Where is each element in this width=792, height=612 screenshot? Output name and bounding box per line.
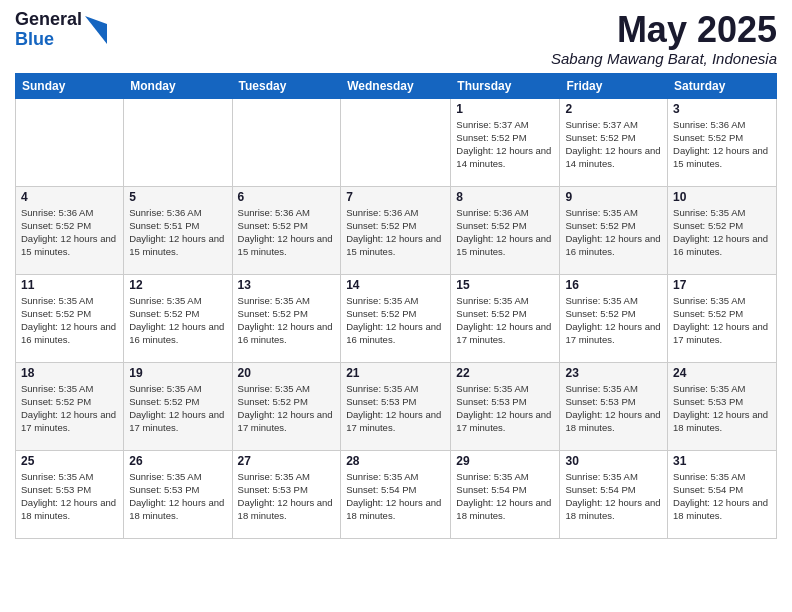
day-info: Sunrise: 5:36 AMSunset: 5:52 PMDaylight:… [673, 119, 768, 170]
location: Sabang Mawang Barat, Indonesia [551, 50, 777, 67]
calendar-cell: 14 Sunrise: 5:35 AMSunset: 5:52 PMDaylig… [341, 274, 451, 362]
calendar-cell [124, 98, 232, 186]
calendar-week-4: 18 Sunrise: 5:35 AMSunset: 5:52 PMDaylig… [16, 362, 777, 450]
day-info: Sunrise: 5:36 AMSunset: 5:52 PMDaylight:… [346, 207, 441, 258]
calendar-week-2: 4 Sunrise: 5:36 AMSunset: 5:52 PMDayligh… [16, 186, 777, 274]
day-number: 17 [673, 278, 771, 292]
day-info: Sunrise: 5:35 AMSunset: 5:52 PMDaylight:… [565, 295, 660, 346]
day-number: 9 [565, 190, 662, 204]
day-number: 6 [238, 190, 336, 204]
day-info: Sunrise: 5:35 AMSunset: 5:52 PMDaylight:… [565, 207, 660, 258]
calendar-cell: 10 Sunrise: 5:35 AMSunset: 5:52 PMDaylig… [668, 186, 777, 274]
calendar-table: Sunday Monday Tuesday Wednesday Thursday… [15, 73, 777, 539]
day-info: Sunrise: 5:37 AMSunset: 5:52 PMDaylight:… [565, 119, 660, 170]
day-number: 30 [565, 454, 662, 468]
calendar-cell: 7 Sunrise: 5:36 AMSunset: 5:52 PMDayligh… [341, 186, 451, 274]
day-info: Sunrise: 5:36 AMSunset: 5:52 PMDaylight:… [21, 207, 116, 258]
day-info: Sunrise: 5:35 AMSunset: 5:53 PMDaylight:… [346, 383, 441, 434]
calendar-cell: 25 Sunrise: 5:35 AMSunset: 5:53 PMDaylig… [16, 450, 124, 538]
day-number: 1 [456, 102, 554, 116]
calendar-cell: 16 Sunrise: 5:35 AMSunset: 5:52 PMDaylig… [560, 274, 668, 362]
calendar-cell: 29 Sunrise: 5:35 AMSunset: 5:54 PMDaylig… [451, 450, 560, 538]
calendar-cell: 20 Sunrise: 5:35 AMSunset: 5:52 PMDaylig… [232, 362, 341, 450]
day-info: Sunrise: 5:36 AMSunset: 5:51 PMDaylight:… [129, 207, 224, 258]
logo-icon [85, 16, 107, 44]
calendar-cell: 23 Sunrise: 5:35 AMSunset: 5:53 PMDaylig… [560, 362, 668, 450]
day-info: Sunrise: 5:36 AMSunset: 5:52 PMDaylight:… [238, 207, 333, 258]
header-wednesday: Wednesday [341, 73, 451, 98]
month-title: May 2025 [551, 10, 777, 50]
day-info: Sunrise: 5:35 AMSunset: 5:52 PMDaylight:… [129, 295, 224, 346]
day-info: Sunrise: 5:35 AMSunset: 5:52 PMDaylight:… [129, 383, 224, 434]
calendar-cell: 17 Sunrise: 5:35 AMSunset: 5:52 PMDaylig… [668, 274, 777, 362]
day-number: 12 [129, 278, 226, 292]
day-info: Sunrise: 5:35 AMSunset: 5:52 PMDaylight:… [238, 383, 333, 434]
day-number: 8 [456, 190, 554, 204]
day-info: Sunrise: 5:35 AMSunset: 5:52 PMDaylight:… [456, 295, 551, 346]
day-info: Sunrise: 5:35 AMSunset: 5:54 PMDaylight:… [346, 471, 441, 522]
day-info: Sunrise: 5:35 AMSunset: 5:53 PMDaylight:… [238, 471, 333, 522]
day-number: 25 [21, 454, 118, 468]
calendar-cell: 31 Sunrise: 5:35 AMSunset: 5:54 PMDaylig… [668, 450, 777, 538]
day-number: 20 [238, 366, 336, 380]
logo-blue: Blue [15, 30, 82, 50]
day-number: 23 [565, 366, 662, 380]
day-number: 5 [129, 190, 226, 204]
day-info: Sunrise: 5:35 AMSunset: 5:53 PMDaylight:… [456, 383, 551, 434]
day-number: 15 [456, 278, 554, 292]
calendar-cell: 27 Sunrise: 5:35 AMSunset: 5:53 PMDaylig… [232, 450, 341, 538]
day-info: Sunrise: 5:35 AMSunset: 5:53 PMDaylight:… [21, 471, 116, 522]
day-number: 29 [456, 454, 554, 468]
calendar-cell: 5 Sunrise: 5:36 AMSunset: 5:51 PMDayligh… [124, 186, 232, 274]
day-info: Sunrise: 5:35 AMSunset: 5:52 PMDaylight:… [21, 295, 116, 346]
day-number: 7 [346, 190, 445, 204]
day-info: Sunrise: 5:35 AMSunset: 5:54 PMDaylight:… [565, 471, 660, 522]
day-number: 14 [346, 278, 445, 292]
calendar-cell [232, 98, 341, 186]
day-number: 16 [565, 278, 662, 292]
logo-text: General Blue [15, 10, 82, 50]
day-number: 11 [21, 278, 118, 292]
day-info: Sunrise: 5:35 AMSunset: 5:53 PMDaylight:… [129, 471, 224, 522]
day-number: 31 [673, 454, 771, 468]
calendar-week-1: 1 Sunrise: 5:37 AMSunset: 5:52 PMDayligh… [16, 98, 777, 186]
title-section: May 2025 Sabang Mawang Barat, Indonesia [551, 10, 777, 67]
calendar-cell: 15 Sunrise: 5:35 AMSunset: 5:52 PMDaylig… [451, 274, 560, 362]
logo-general: General [15, 10, 82, 30]
day-info: Sunrise: 5:35 AMSunset: 5:52 PMDaylight:… [346, 295, 441, 346]
header-sunday: Sunday [16, 73, 124, 98]
header-saturday: Saturday [668, 73, 777, 98]
header: General Blue May 2025 Sabang Mawang Bara… [15, 10, 777, 67]
calendar-cell: 30 Sunrise: 5:35 AMSunset: 5:54 PMDaylig… [560, 450, 668, 538]
calendar-cell: 9 Sunrise: 5:35 AMSunset: 5:52 PMDayligh… [560, 186, 668, 274]
calendar-cell: 3 Sunrise: 5:36 AMSunset: 5:52 PMDayligh… [668, 98, 777, 186]
day-info: Sunrise: 5:35 AMSunset: 5:52 PMDaylight:… [673, 295, 768, 346]
calendar-cell: 2 Sunrise: 5:37 AMSunset: 5:52 PMDayligh… [560, 98, 668, 186]
day-number: 4 [21, 190, 118, 204]
day-number: 2 [565, 102, 662, 116]
calendar-cell [341, 98, 451, 186]
calendar-cell: 24 Sunrise: 5:35 AMSunset: 5:53 PMDaylig… [668, 362, 777, 450]
calendar-cell [16, 98, 124, 186]
day-number: 10 [673, 190, 771, 204]
calendar-cell: 6 Sunrise: 5:36 AMSunset: 5:52 PMDayligh… [232, 186, 341, 274]
calendar-cell: 22 Sunrise: 5:35 AMSunset: 5:53 PMDaylig… [451, 362, 560, 450]
day-info: Sunrise: 5:35 AMSunset: 5:53 PMDaylight:… [565, 383, 660, 434]
day-number: 28 [346, 454, 445, 468]
day-number: 19 [129, 366, 226, 380]
logo: General Blue [15, 10, 107, 50]
calendar-cell: 28 Sunrise: 5:35 AMSunset: 5:54 PMDaylig… [341, 450, 451, 538]
weekday-header-row: Sunday Monday Tuesday Wednesday Thursday… [16, 73, 777, 98]
header-monday: Monday [124, 73, 232, 98]
day-info: Sunrise: 5:35 AMSunset: 5:54 PMDaylight:… [456, 471, 551, 522]
header-friday: Friday [560, 73, 668, 98]
day-info: Sunrise: 5:35 AMSunset: 5:52 PMDaylight:… [673, 207, 768, 258]
svg-marker-0 [85, 16, 107, 44]
day-number: 13 [238, 278, 336, 292]
day-number: 18 [21, 366, 118, 380]
day-info: Sunrise: 5:35 AMSunset: 5:53 PMDaylight:… [673, 383, 768, 434]
calendar-week-5: 25 Sunrise: 5:35 AMSunset: 5:53 PMDaylig… [16, 450, 777, 538]
day-info: Sunrise: 5:35 AMSunset: 5:52 PMDaylight:… [21, 383, 116, 434]
day-number: 22 [456, 366, 554, 380]
day-number: 24 [673, 366, 771, 380]
